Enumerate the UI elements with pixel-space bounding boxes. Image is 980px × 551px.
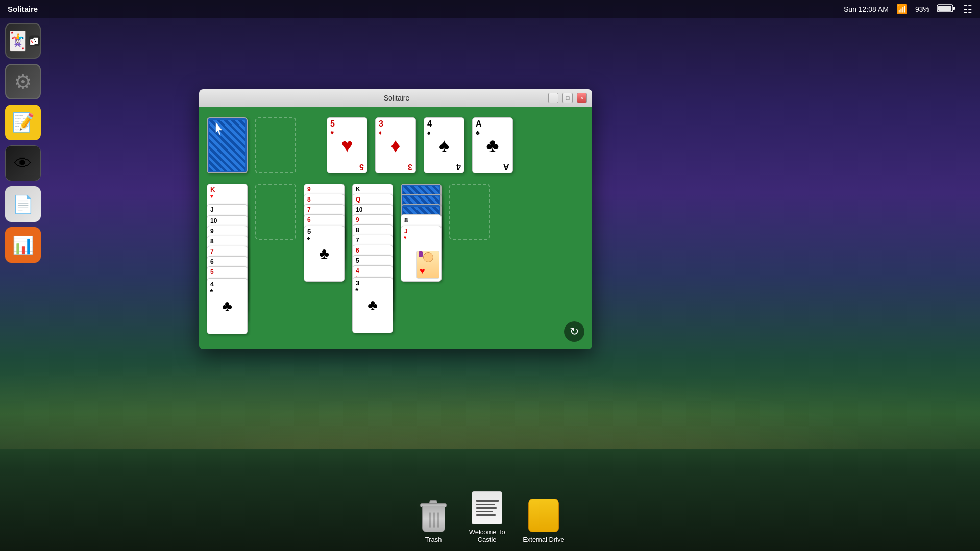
foundation-1[interactable]: 5 ♥ ♥ 5 [327,117,368,173]
notepad-icon: 📄 [12,194,34,214]
card-center-5h: ♥ [341,135,353,157]
foundation-3[interactable]: 4 ♠ ♠ 4 [424,117,464,173]
svg-text:♠: ♠ [35,40,36,43]
eye-icon: 👁 [14,154,32,173]
taskbar: Trash Welcome To Castle External Drive [0,490,980,551]
solitaire-window: Solitaire − □ × [199,89,592,349]
card-rank-ac: A [476,120,482,128]
sidebar-item-notes[interactable]: 📝 [5,105,41,140]
recycle-icon: ↻ [570,325,579,338]
topbar: Solitaire Sun 12:08 AM 📶 93% ☷ [0,0,980,18]
card-suit-small-4s: ♠ [427,129,430,136]
trash-label: Trash [425,536,442,543]
card-center-ac: ♣ [486,135,499,157]
foundation-4[interactable]: A ♣ ♣ A [472,117,513,173]
game-column-2-empty [255,184,296,240]
sidebar-item-notepad[interactable]: 📄 [5,186,41,222]
wifi-icon: 📶 [896,4,908,15]
game-column-3: 9 ♦ 8 ♦ 7 ♦ 6 ♦ 5 ♣ [304,184,345,327]
welcome-castle-label: Welcome To Castle [467,528,507,543]
card-rank-bottom-3d: 3 [408,163,412,171]
game-column-4: K ♠ Q ♦ 10 9 ♥ 8 ♠ 7 [352,184,393,349]
taskbar-item-trash[interactable]: Trash [415,497,451,543]
cursor-indicator [214,122,224,137]
gear-icon: ⚙ [14,70,32,93]
minimize-button[interactable]: − [548,93,558,103]
sidebar-item-chart[interactable]: 📊 [5,227,41,263]
jack-face: ♥ [416,251,439,279]
card-rank-bottom-5h: 5 [359,163,364,171]
time-display: Sun 12:08 AM [844,5,889,13]
battery-icon [937,4,955,14]
window-controls: − □ × [548,93,587,103]
card-suit-small-3d: ♦ [379,129,382,136]
card-suit-small-5h: ♥ [330,129,334,136]
svg-text:♥: ♥ [32,41,33,44]
k-suit-top: ♥ [210,193,213,199]
external-drive-label: External Drive [523,536,565,543]
sidebar-item-preview[interactable]: 👁 [5,145,41,181]
close-button[interactable]: × [577,93,587,103]
recycle-button[interactable]: ↻ [564,321,584,342]
sidebar-item-settings[interactable]: ⚙ [5,64,41,99]
game-area: 5 ♥ ♥ 5 3 ♦ ♦ 3 4 ♠ ♠ 4 A ♣ [199,107,592,349]
col1-4c[interactable]: 4 ♣ ♣ [207,278,248,334]
card-center-3d: ♦ [390,135,400,157]
game-column-5: 8 ♠ ♠ J ♥ ♥ [401,184,442,316]
window-title: Solitaire [245,94,548,102]
game-column-1: K ♥ ♥ J ♠ 10 9 ♠ [207,184,248,342]
sidebar-item-solitaire[interactable]: A ♥ K ♠ [5,23,41,59]
bottom-row: K ♥ ♥ J ♠ 10 9 ♠ [207,184,584,349]
chart-icon: 📊 [12,235,34,255]
deck-card[interactable] [207,117,248,173]
topbar-right: Sun 12:08 AM 📶 93% ☷ [844,3,972,15]
card-rank-3d: 3 [379,120,383,128]
welcome-castle-icon [469,490,505,525]
svg-rect-1 [953,7,955,10]
4c-center: ♣ [222,297,232,315]
window-titlebar: Solitaire − □ × [199,89,592,107]
taskbar-item-welcome-castle[interactable]: Welcome To Castle [467,490,507,543]
empty-slot-1 [255,117,296,173]
battery-display: 93% [915,5,929,13]
col5-jh[interactable]: J ♥ ♥ [401,226,442,282]
col3-5c[interactable]: 5 ♣ ♣ [304,226,345,282]
taskbar-item-external-drive[interactable]: External Drive [523,497,565,543]
sidebar: A ♥ K ♠ ⚙ 📝 👁 📄 📊 [0,18,46,551]
trash-body [422,506,445,532]
game-column-6-empty [449,184,490,240]
restore-button[interactable]: □ [562,93,573,103]
app-name-topbar: Solitaire [8,5,38,13]
top-row: 5 ♥ ♥ 5 3 ♦ ♦ 3 4 ♠ ♠ 4 A ♣ [207,117,584,173]
col4-3c[interactable]: 3 ♣ ♣ [352,277,393,333]
svg-rect-2 [938,6,951,11]
card-rank-bottom-ac: A [503,163,509,171]
card-rank-bottom-4s: 4 [456,163,461,171]
card-rank-5h: 5 [330,120,335,128]
external-drive-icon [526,497,561,533]
trash-icon [415,497,451,533]
card-suit-small-ac: ♣ [476,129,480,136]
k-rank: K [210,186,215,193]
foundation-2[interactable]: 3 ♦ ♦ 3 [375,117,416,173]
notes-icon: 📝 [12,112,35,133]
card-rank-4s: 4 [427,120,432,128]
card-center-4s: ♠ [439,135,449,157]
grid-icon: ☷ [963,3,972,15]
